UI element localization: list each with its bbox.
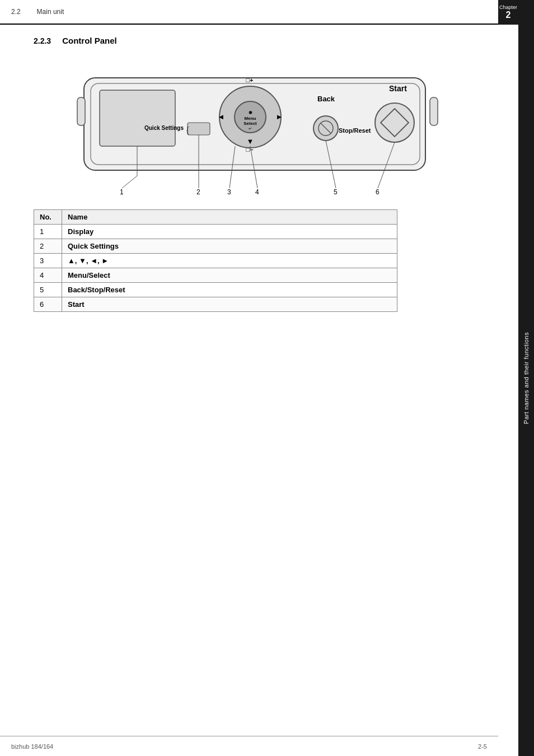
table-row: 5Back/Stop/Reset bbox=[34, 283, 397, 297]
table-cell-no: 2 bbox=[34, 239, 62, 254]
table-cell-no: 6 bbox=[34, 297, 62, 312]
section-number: 2.2.3 bbox=[34, 36, 51, 45]
table-row: 2Quick Settings bbox=[34, 239, 397, 254]
svg-text:Stop/Reset: Stop/Reset bbox=[339, 127, 371, 134]
header-section-number: 2.2 bbox=[11, 8, 21, 16]
page-header: 2.2 Main unit bbox=[0, 0, 498, 25]
svg-text:1: 1 bbox=[120, 188, 124, 196]
table-cell-name: Display bbox=[62, 225, 397, 239]
svg-text:↵: ↵ bbox=[249, 127, 252, 130]
svg-text:□–: □– bbox=[246, 146, 254, 153]
table-cell-no: 4 bbox=[34, 268, 62, 283]
table-row: 1Display bbox=[34, 225, 397, 239]
svg-text:3: 3 bbox=[227, 188, 231, 196]
col-header-no: No. bbox=[34, 210, 62, 225]
svg-text:▼: ▼ bbox=[247, 137, 254, 146]
footer-left: bizhub 184/164 bbox=[11, 743, 53, 750]
side-tab: Part names and their functions bbox=[518, 0, 534, 756]
svg-text:✱: ✱ bbox=[249, 110, 252, 115]
table-cell-name: Quick Settings bbox=[62, 239, 397, 254]
chapter-badge: Chapter 2 bbox=[498, 0, 518, 25]
svg-rect-5 bbox=[188, 123, 210, 135]
svg-text:2: 2 bbox=[196, 188, 200, 196]
svg-line-29 bbox=[122, 176, 137, 188]
side-tab-label: Part names and their functions bbox=[523, 332, 530, 424]
svg-text:5: 5 bbox=[334, 188, 338, 196]
svg-text:6: 6 bbox=[376, 188, 380, 196]
svg-text:4: 4 bbox=[255, 188, 259, 196]
table-cell-name: Start bbox=[62, 297, 397, 312]
footer-right: 2-5 bbox=[478, 743, 487, 750]
svg-text:Quick Settings: Quick Settings bbox=[144, 125, 184, 131]
col-header-name: Name bbox=[62, 210, 397, 225]
table-row: 6Start bbox=[34, 297, 397, 312]
parts-table: No. Name 1Display2Quick Settings3▲, ▼, ◄… bbox=[34, 209, 397, 312]
table-cell-no: 5 bbox=[34, 283, 62, 297]
table-cell-no: 1 bbox=[34, 225, 62, 239]
main-content: 2.2.3 Control Panel Quick Settings { □+ … bbox=[0, 25, 498, 736]
chapter-label: Chapter bbox=[499, 4, 517, 10]
table-row: 4Menu/Select bbox=[34, 268, 397, 283]
table-cell-name: Menu/Select bbox=[62, 268, 397, 283]
table-cell-no: 3 bbox=[34, 254, 62, 268]
page-footer: bizhub 184/164 2-5 bbox=[0, 736, 498, 756]
svg-text:►: ► bbox=[276, 113, 283, 121]
svg-text:Back: Back bbox=[317, 95, 335, 103]
header-section-title: Main unit bbox=[37, 8, 64, 16]
svg-text:Start: Start bbox=[389, 84, 407, 93]
control-panel-diagram: Quick Settings { □+ ▲ ▼ ◄ ► ✱ Menu Selec… bbox=[73, 67, 442, 201]
svg-rect-2 bbox=[77, 97, 85, 125]
svg-text:□+: □+ bbox=[246, 77, 253, 83]
section-title: Control Panel bbox=[62, 36, 117, 45]
table-row: 3▲, ▼, ◄, ► bbox=[34, 254, 397, 268]
svg-text:◄: ◄ bbox=[218, 113, 225, 121]
chapter-number: 2 bbox=[506, 10, 511, 20]
table-cell-name: ▲, ▼, ◄, ► bbox=[62, 254, 397, 268]
svg-text:Select: Select bbox=[243, 121, 257, 126]
svg-text:{: { bbox=[186, 125, 189, 134]
svg-rect-4 bbox=[100, 90, 175, 146]
svg-text:Menu: Menu bbox=[245, 116, 256, 121]
table-cell-name: Back/Stop/Reset bbox=[62, 283, 397, 297]
svg-rect-3 bbox=[430, 97, 438, 125]
